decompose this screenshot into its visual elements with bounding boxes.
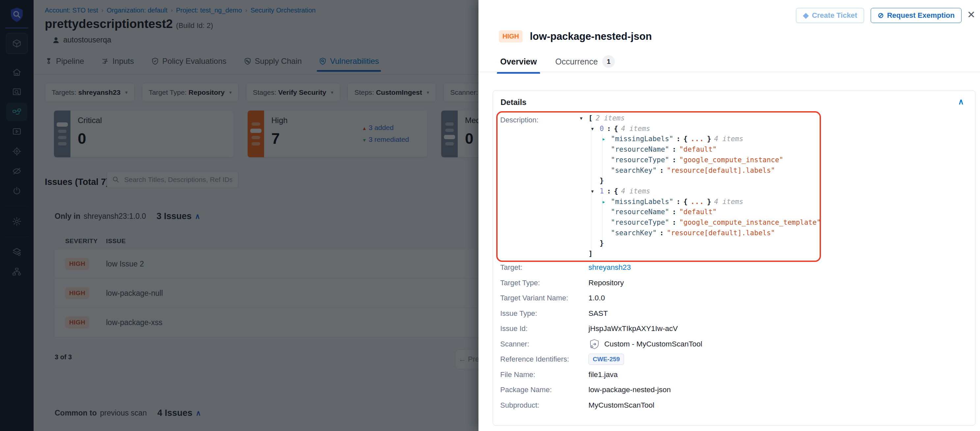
field-row-target-variant-name: Target Variant Name:1.0.0 (500, 290, 967, 306)
field-label: Target Type: (500, 279, 589, 287)
field-row-package-name: Package Name:low-package-nested-json (500, 382, 967, 398)
field-value-link[interactable]: shreyansh23 (589, 263, 631, 272)
expand-triangle-icon[interactable]: ▶ (602, 197, 609, 207)
field-label: Issue Id: (500, 325, 589, 333)
drawer-tab-overview[interactable]: Overview (500, 55, 537, 74)
json-viewer[interactable]: ▼[2 items▼0:{4 items▶"missingLabels":{..… (589, 113, 824, 259)
json-indent-guide (602, 197, 603, 249)
json-line: "resourceType":"google_compute_instance" (589, 155, 824, 165)
field-value: low-package-nested-json (589, 386, 671, 394)
sto-vulnerabilities-page: Account: STO test›Organization: default›… (0, 0, 980, 431)
field-label: Reference Identifiers: (500, 355, 589, 364)
json-line: ▶"missingLabels":{...}4 items (589, 197, 824, 207)
severity-badge: HIGH (499, 30, 523, 43)
field-label: Package Name: (500, 386, 589, 394)
json-line: ▶"missingLabels":{...}4 items (589, 134, 824, 144)
issue-details-drawer: ◆ Create Ticket ⊘ Request Exemption ✕ HI… (479, 0, 980, 431)
field-value: SAST (589, 309, 608, 318)
details-heading: Details (501, 98, 527, 107)
request-exemption-button[interactable]: ⊘ Request Exemption (871, 8, 962, 23)
field-value: Repository (589, 279, 624, 287)
field-row-target: Target:shreyansh23 (500, 260, 967, 276)
json-line: } (589, 176, 824, 186)
json-line: } (589, 238, 824, 249)
field-value: jHspJaWxTIkpAXY1Iw-acV (589, 325, 678, 333)
field-label: Target Variant Name: (500, 294, 589, 303)
field-row-issue-type: Issue Type:SAST (500, 306, 967, 322)
field-row-reference-identifiers: Reference Identifiers:CWE-259 (500, 352, 967, 367)
json-line: "searchKey":"resource[default].labels" (589, 165, 824, 176)
json-line: ▼[2 items (589, 113, 824, 124)
field-row-scanner: Scanner:Custom - MyCustomScanTool (500, 337, 967, 352)
json-line: ▼0:{4 items (589, 124, 824, 134)
exemption-slash-icon: ⊘ (878, 11, 883, 20)
field-label: File Name: (500, 371, 589, 379)
collapse-triangle-icon[interactable]: ▼ (580, 113, 587, 124)
close-icon[interactable]: ✕ (967, 10, 975, 20)
cwe-chip[interactable]: CWE-259 (589, 354, 624, 365)
field-row-target-type: Target Type:Repository (500, 276, 967, 291)
json-line: ▼1:{4 items (589, 186, 824, 197)
issue-name: low-package-nested-json (530, 31, 652, 43)
json-line: "resourceType":"google_compute_instance_… (589, 217, 824, 228)
collapse-triangle-icon[interactable]: ▼ (591, 124, 598, 134)
json-line: "searchKey":"resource[default].labels" (589, 228, 824, 239)
drawer-actions: ◆ Create Ticket ⊘ Request Exemption (796, 8, 962, 23)
create-ticket-button[interactable]: ◆ Create Ticket (796, 8, 864, 23)
occurrence-count-badge: 1 (602, 55, 615, 68)
field-label: Issue Type: (500, 309, 589, 318)
field-row-subproduct: Subproduct:MyCustomScanTool (500, 398, 967, 413)
description-label: Description: (500, 116, 538, 124)
expand-triangle-icon[interactable]: ▶ (602, 134, 609, 144)
collapse-chevron-icon[interactable]: ∧ (958, 97, 964, 106)
field-label: Subproduct: (500, 401, 589, 410)
drawer-tabs: OverviewOccurrence1 (500, 55, 615, 74)
collapse-triangle-icon[interactable]: ▼ (591, 186, 598, 197)
drawer-tabs-divider (479, 72, 980, 72)
json-indent-guide (602, 134, 603, 186)
json-line: ] (589, 249, 824, 259)
ticket-diamond-icon: ◆ (803, 11, 808, 20)
field-label: Scanner: (500, 340, 589, 349)
json-indent-guide (591, 124, 592, 249)
drawer-tab-occurrence[interactable]: Occurrence1 (555, 55, 615, 74)
field-value: 1.0.0 (589, 294, 605, 303)
field-value: MyCustomScanTool (589, 401, 654, 410)
field-row-issue-id: Issue Id:jHspJaWxTIkpAXY1Iw-acV (500, 321, 967, 337)
field-value: file1.java (589, 371, 618, 379)
json-line: "resourceName":"default" (589, 144, 824, 155)
field-label: Target: (500, 263, 589, 272)
scanner-shield-icon (589, 338, 600, 350)
issue-fields: Target:shreyansh23Target Type:Repository… (500, 260, 967, 413)
json-line: "resourceName":"default" (589, 207, 824, 217)
issue-title-row: HIGH low-package-nested-json (499, 30, 652, 43)
field-row-file-name: File Name:file1.java (500, 367, 967, 383)
